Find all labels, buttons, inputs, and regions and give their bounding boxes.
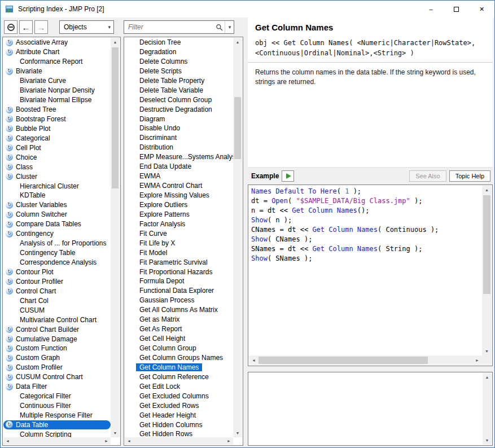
- method-item[interactable]: Get Header Height: [125, 411, 233, 420]
- tree-item[interactable]: Cluster: [3, 172, 111, 181]
- tree-item[interactable]: Bivariate Curve: [3, 76, 111, 86]
- method-item[interactable]: End Data Update: [125, 162, 233, 172]
- method-item[interactable]: Explore Outliers: [125, 200, 233, 210]
- tree-item[interactable]: Cumulative Damage: [3, 334, 111, 344]
- scroll-left-icon[interactable]: [249, 355, 259, 365]
- tree-item[interactable]: Analysis of ... for Proportions: [3, 239, 111, 248]
- tree-item[interactable]: Choice: [3, 152, 111, 162]
- tree-item[interactable]: Multiple Response Filter: [3, 411, 111, 420]
- run-example-button[interactable]: [282, 170, 294, 182]
- scroll-thumb[interactable]: [483, 195, 490, 294]
- scroll-thumb[interactable]: [259, 357, 428, 364]
- method-item[interactable]: Delete Table Variable: [125, 86, 233, 95]
- tree-item[interactable]: Bivariate: [3, 67, 111, 76]
- tree-item[interactable]: Hierarchical Cluster: [3, 181, 111, 191]
- tree-item[interactable]: Data Table: [3, 420, 111, 430]
- method-item[interactable]: Factor Analysis: [125, 219, 233, 229]
- forward-button[interactable]: →: [34, 20, 48, 34]
- see-also-button[interactable]: See Also: [409, 170, 446, 182]
- tree-item[interactable]: Custom Graph: [3, 353, 111, 363]
- tree-item[interactable]: Contour Profiler: [3, 276, 111, 286]
- scroll-thumb[interactable]: [112, 47, 119, 188]
- scroll-down-icon[interactable]: [111, 429, 120, 437]
- scroll-up-icon[interactable]: [111, 38, 120, 46]
- method-item[interactable]: Fit Life by X: [125, 239, 233, 248]
- example-log-panel[interactable]: [248, 372, 493, 446]
- method-item[interactable]: Get All Columns As Matrix: [125, 305, 233, 315]
- method-item[interactable]: EWMA: [125, 172, 233, 181]
- tree-item[interactable]: Associative Array: [3, 38, 111, 47]
- tree-item[interactable]: Class: [3, 162, 111, 172]
- tree-item[interactable]: Boosted Tree: [3, 105, 111, 115]
- back-button[interactable]: ←: [19, 20, 33, 34]
- method-item[interactable]: Get Edit Lock: [125, 382, 233, 392]
- scroll-left-icon[interactable]: [3, 437, 12, 445]
- objects-dropdown[interactable]: Objects ▾: [59, 20, 114, 34]
- method-item[interactable]: Destructive Degradation: [125, 105, 233, 115]
- scroll-right-icon[interactable]: [472, 355, 482, 365]
- filter-dropdown-arrow[interactable]: ▾: [225, 21, 234, 33]
- method-item[interactable]: Fit Parametric Survival: [125, 258, 233, 267]
- method-item[interactable]: Diagram: [125, 115, 233, 124]
- minimize-button[interactable]: –: [418, 1, 444, 17]
- tree-item[interactable]: Bivariate Normal Ellipse: [3, 95, 111, 105]
- methods-list-scrollbar[interactable]: [233, 38, 242, 437]
- method-item[interactable]: Degradation: [125, 47, 233, 57]
- scroll-up-icon[interactable]: [482, 186, 492, 194]
- tree-item[interactable]: Categorical: [3, 133, 111, 143]
- method-item[interactable]: Functional Data Explorer: [125, 286, 233, 296]
- tree-item[interactable]: Bubble Plot: [3, 124, 111, 133]
- objects-tree-hscrollbar[interactable]: [3, 437, 111, 445]
- method-item[interactable]: Explore Patterns: [125, 210, 233, 219]
- example-code[interactable]: Names Default To Here( 1 );dt = Open( "$…: [251, 187, 481, 355]
- method-item[interactable]: Delete Columns: [125, 57, 233, 67]
- code-hscrollbar[interactable]: [249, 355, 482, 365]
- method-item[interactable]: Distribution: [125, 143, 233, 152]
- method-item[interactable]: Gaussian Process: [125, 296, 233, 305]
- topic-help-button[interactable]: Topic Help: [449, 170, 490, 182]
- tree-item[interactable]: Cell Plot: [3, 143, 111, 152]
- scroll-down-icon[interactable]: [482, 347, 492, 355]
- method-item[interactable]: EWMA Control Chart: [125, 181, 233, 191]
- method-item[interactable]: Get Column Names: [125, 363, 233, 372]
- code-vscrollbar[interactable]: [482, 186, 492, 355]
- close-button[interactable]: ✕: [469, 1, 494, 17]
- tree-item[interactable]: Attribute Chart: [3, 47, 111, 57]
- tree-item[interactable]: CUSUM: [3, 305, 111, 315]
- method-item[interactable]: Explore Missing Values: [125, 191, 233, 200]
- method-item[interactable]: Discriminant: [125, 133, 233, 143]
- method-item[interactable]: Get Column Reference: [125, 372, 233, 382]
- method-item[interactable]: Formula Depot: [125, 276, 233, 286]
- maximize-button[interactable]: [444, 1, 469, 17]
- tree-item[interactable]: Contingency: [3, 229, 111, 239]
- log-vscrollbar[interactable]: [483, 373, 492, 445]
- scroll-left-icon[interactable]: [125, 437, 133, 445]
- method-item[interactable]: Get As Report: [125, 324, 233, 334]
- scroll-down-icon[interactable]: [483, 436, 492, 445]
- method-item[interactable]: Delete Table Property: [125, 76, 233, 86]
- tree-item[interactable]: Custom Function: [3, 344, 111, 353]
- tree-item[interactable]: Column Switcher: [3, 210, 111, 219]
- method-item[interactable]: EMP Measure...Systems Analysis: [125, 152, 233, 162]
- method-item[interactable]: Get Hidden Columns: [125, 420, 233, 430]
- methods-list-hscrollbar[interactable]: [125, 437, 233, 445]
- objects-tree-scrollbar[interactable]: [111, 38, 120, 437]
- method-item[interactable]: Delete Scripts: [125, 67, 233, 76]
- tree-item[interactable]: KDTable: [3, 191, 111, 200]
- tree-item[interactable]: Contingency Table: [3, 248, 111, 258]
- method-item[interactable]: Get Hidden Rows: [125, 429, 233, 437]
- tree-item[interactable]: Continuous Filter: [3, 401, 111, 411]
- tree-item[interactable]: CUSUM Control Chart: [3, 372, 111, 382]
- tree-item[interactable]: Categorical Filter: [3, 392, 111, 401]
- method-item[interactable]: Fit Proportional Hazards: [125, 267, 233, 277]
- method-item[interactable]: Get Excluded Columns: [125, 392, 233, 401]
- tree-item[interactable]: Control Chart: [3, 286, 111, 296]
- tree-item[interactable]: Bivariate Nonpar Density: [3, 86, 111, 95]
- scroll-down-icon[interactable]: [233, 429, 242, 437]
- method-item[interactable]: Decision Tree: [125, 38, 233, 47]
- tree-item[interactable]: Custom Profiler: [3, 363, 111, 372]
- scroll-right-icon[interactable]: [102, 437, 111, 445]
- method-item[interactable]: Fit Curve: [125, 229, 233, 239]
- method-item[interactable]: Deselect Column Group: [125, 95, 233, 105]
- tree-item[interactable]: Compare Data Tables: [3, 219, 111, 229]
